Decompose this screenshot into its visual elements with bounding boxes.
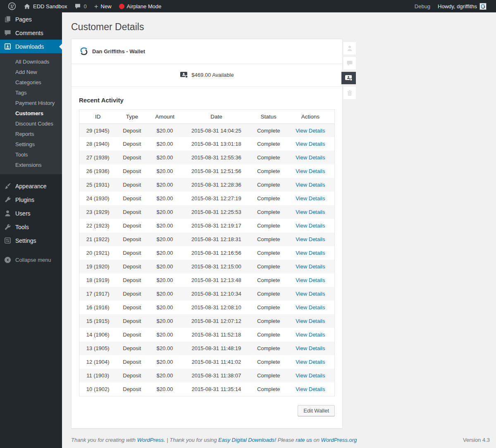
view-details-link[interactable]: View Details (296, 291, 325, 297)
view-details-link[interactable]: View Details (296, 277, 325, 283)
view-details-link[interactable]: View Details (296, 236, 325, 242)
view-details-link[interactable]: View Details (296, 223, 325, 229)
view-details-link[interactable]: View Details (296, 195, 325, 201)
submenu-item-reports[interactable]: Reports (0, 129, 62, 139)
edd-link[interactable]: Easy Digital Downloads! (218, 437, 276, 443)
date-cell: 2015-08-31 12:08:10 (182, 301, 251, 314)
sidebar-item-downloads[interactable]: Downloads (0, 40, 62, 53)
account-menu[interactable]: Howdy, dgriffiths (434, 0, 490, 12)
sidebar-item-users[interactable]: Users (0, 206, 62, 220)
footer-text: Thank you for creating with (71, 437, 137, 443)
amount-cell: $20.00 (148, 314, 182, 328)
tab-delete-customer[interactable] (343, 87, 356, 99)
collapse-arrow-icon (4, 256, 12, 264)
status-cell: Complete (251, 178, 286, 192)
amount-cell: $20.00 (148, 192, 182, 205)
actions-cell: View Details (286, 328, 335, 341)
actions-cell: View Details (286, 205, 335, 219)
date-cell: 2015-08-31 11:52:18 (182, 328, 251, 341)
edit-wallet-button[interactable]: Edit Wallet (298, 405, 335, 416)
site-name: EDD Sandbox (33, 3, 67, 9)
submenu-item-settings[interactable]: Settings (0, 139, 62, 149)
sidebar-item-pages[interactable]: Pages (0, 12, 62, 26)
submenu-item-add-new[interactable]: Add New (0, 67, 62, 77)
sidebar-item-settings[interactable]: Settings (0, 234, 62, 247)
sidebar-item-tools[interactable]: Tools (0, 220, 62, 234)
view-details-link[interactable]: View Details (296, 209, 325, 215)
amount-cell: $20.00 (148, 287, 182, 301)
home-icon (24, 3, 31, 10)
submenu-item-extensions[interactable]: Extensions (0, 160, 62, 170)
type-cell: Deposit (116, 137, 148, 151)
users-icon (4, 209, 12, 217)
submenu-item-tags[interactable]: Tags (0, 88, 62, 98)
comments-menu[interactable]: 0 (71, 0, 90, 12)
id-cell: 12 (1904) (79, 355, 117, 369)
wordpress-logo-menu[interactable] (4, 0, 20, 12)
amount-cell: $20.00 (148, 219, 182, 232)
tab-customer-wallet[interactable] (341, 72, 356, 84)
submenu-item-customers[interactable]: Customers (0, 108, 62, 119)
new-content-menu[interactable]: + New (91, 0, 115, 12)
view-details-link[interactable]: View Details (296, 345, 325, 351)
tab-customer-notes[interactable] (343, 57, 356, 69)
col-header-amount: Amount (148, 109, 182, 123)
view-details-link[interactable]: View Details (296, 141, 325, 147)
submenu-item-tools[interactable]: Tools (0, 149, 62, 160)
submenu-item-payment-history[interactable]: Payment History (0, 98, 62, 108)
airplane-mode-toggle[interactable]: Airplane Mode (115, 0, 165, 12)
id-cell: 13 (1905) (79, 341, 117, 355)
view-details-link[interactable]: View Details (296, 154, 325, 161)
tab-customer-profile[interactable] (343, 42, 356, 55)
amount-cell: $20.00 (148, 301, 182, 314)
debug-menu[interactable]: Debug (411, 0, 434, 12)
submenu-item-discount-codes[interactable]: Discount Codes (0, 119, 62, 129)
view-details-link[interactable]: View Details (296, 250, 325, 256)
page-title: Customer Details (71, 21, 496, 33)
view-details-link[interactable]: View Details (296, 372, 325, 379)
view-details-link[interactable]: View Details (296, 128, 325, 134)
sidebar-item-plugins[interactable]: Plugins (0, 193, 62, 206)
type-cell: Deposit (116, 355, 148, 369)
status-cell: Complete (251, 328, 286, 341)
type-cell: Deposit (116, 164, 148, 178)
date-cell: 2015-08-31 11:35:14 (182, 382, 251, 396)
wordpress-link[interactable]: WordPress. (137, 437, 165, 443)
table-row: 29 (1945)Deposit$20.002015-08-31 14:04:2… (79, 123, 335, 137)
site-menu[interactable]: EDD Sandbox (20, 0, 71, 12)
view-details-link[interactable]: View Details (296, 168, 325, 174)
actions-cell: View Details (286, 164, 335, 178)
type-cell: Deposit (116, 328, 148, 341)
collapse-menu-button[interactable]: Collapse menu (0, 253, 62, 267)
sidebar-item-comments[interactable]: Comments (0, 26, 62, 40)
date-cell: 2015-08-31 11:48:19 (182, 341, 251, 355)
rate-us-link[interactable]: rate us (296, 437, 312, 443)
id-cell: 28 (1940) (79, 137, 117, 151)
col-header-date: Date (182, 109, 251, 123)
type-cell: Deposit (116, 232, 148, 246)
view-details-link[interactable]: View Details (296, 182, 325, 188)
view-details-link[interactable]: View Details (296, 304, 325, 311)
view-details-link[interactable]: View Details (296, 332, 325, 338)
status-cell: Complete (251, 164, 286, 178)
date-cell: 2015-08-31 12:18:31 (182, 232, 251, 246)
table-row: 24 (1930)Deposit$20.002015-08-31 12:27:1… (79, 192, 335, 205)
customer-profile-icon (346, 45, 353, 52)
submenu-item-all-downloads[interactable]: All Downloads (0, 57, 62, 67)
type-cell: Deposit (116, 287, 148, 301)
sidebar-item-appearance[interactable]: Appearance (0, 179, 62, 193)
view-details-link[interactable]: View Details (296, 386, 325, 392)
col-header-type: Type (116, 109, 148, 123)
view-details-link[interactable]: View Details (296, 318, 325, 324)
submenu-item-categories[interactable]: Categories (0, 77, 62, 88)
view-details-link[interactable]: View Details (296, 359, 325, 365)
view-details-link[interactable]: View Details (296, 263, 325, 270)
amount-cell: $20.00 (148, 273, 182, 287)
sidebar-item-label: Pages (15, 16, 32, 23)
delete-customer-icon (346, 89, 353, 97)
type-cell: Deposit (116, 260, 148, 273)
wordpress-org-link[interactable]: WordPress.org (321, 437, 357, 443)
type-cell: Deposit (116, 219, 148, 232)
date-cell: 2015-08-31 12:13:48 (182, 273, 251, 287)
id-cell: 27 (1939) (79, 151, 117, 164)
